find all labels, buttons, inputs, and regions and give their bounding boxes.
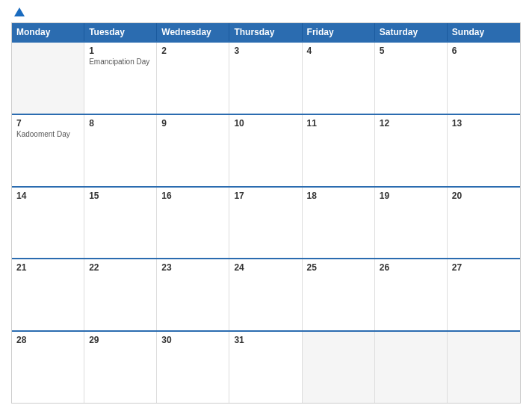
day-number: 18 [307,191,370,201]
day-number: 24 [234,262,297,273]
day-number: 6 [452,46,516,56]
day-number: 7 [16,118,79,129]
holiday-label: Emancipation Day [89,58,152,66]
weeks-container: 1Emancipation Day234567Kadooment Day8910… [12,41,520,403]
day-cell: 12 [375,115,448,186]
day-number: 23 [161,262,224,273]
day-cell: 14 [12,188,84,259]
logo-blue-text [11,7,25,16]
day-cell: 8 [84,115,157,186]
day-number: 30 [161,335,224,345]
day-number: 13 [452,118,516,129]
header-friday: Friday [303,23,375,41]
day-cell: 15 [84,188,157,259]
day-cell: 24 [229,259,302,330]
day-cell: 27 [448,259,520,330]
day-cell [375,332,448,403]
day-cell [303,332,375,403]
week-row: 28293031 [12,330,520,403]
day-number: 28 [16,335,79,345]
day-number: 1 [89,46,152,56]
day-number: 3 [234,46,297,56]
day-cell: 7Kadooment Day [12,115,84,186]
day-number: 14 [16,191,79,201]
day-number: 16 [161,191,224,201]
day-number: 9 [161,118,224,129]
day-cell: 9 [157,115,229,186]
day-cell: 23 [157,259,229,330]
day-cell: 21 [12,259,84,330]
header [11,7,521,16]
week-row: 14151617181920 [12,186,520,259]
day-number: 12 [380,118,442,129]
header-tuesday: Tuesday [84,23,157,41]
day-cell: 6 [448,43,520,114]
header-thursday: Thursday [229,23,302,41]
day-number: 27 [452,262,516,273]
day-cell: 17 [229,188,302,259]
day-number: 22 [89,262,152,273]
day-cell: 1Emancipation Day [84,43,157,114]
day-cell: 5 [375,43,448,114]
day-number: 5 [380,46,442,56]
day-cell: 19 [375,188,448,259]
day-number: 29 [89,335,152,345]
day-number: 20 [452,191,516,201]
day-cell: 31 [229,332,302,403]
header-monday: Monday [12,23,84,41]
day-number: 15 [89,191,152,201]
day-cell: 28 [12,332,84,403]
header-sunday: Sunday [448,23,520,41]
day-number: 11 [307,118,370,129]
header-wednesday: Wednesday [157,23,229,41]
day-cell [12,43,84,114]
day-number: 2 [161,46,224,56]
day-cell: 2 [157,43,229,114]
day-cell: 25 [303,259,375,330]
day-cell: 26 [375,259,448,330]
day-cell: 16 [157,188,229,259]
header-saturday: Saturday [375,23,448,41]
day-number: 26 [380,262,442,273]
day-cell: 13 [448,115,520,186]
day-number: 31 [234,335,297,345]
day-cell: 20 [448,188,520,259]
week-row: 1Emancipation Day23456 [12,41,520,114]
day-cell: 30 [157,332,229,403]
day-number: 4 [307,46,370,56]
week-row: 7Kadooment Day8910111213 [12,114,520,186]
logo-triangle-icon [14,7,25,16]
day-headers-row: Monday Tuesday Wednesday Thursday Friday… [12,23,520,41]
calendar: Monday Tuesday Wednesday Thursday Friday… [11,22,521,404]
day-cell: 22 [84,259,157,330]
day-number: 19 [380,191,442,201]
day-cell: 10 [229,115,302,186]
day-number: 10 [234,118,297,129]
day-cell: 29 [84,332,157,403]
day-number: 25 [307,262,370,273]
day-cell [448,332,520,403]
day-cell: 4 [303,43,375,114]
week-row: 21222324252627 [12,258,520,330]
day-cell: 11 [303,115,375,186]
logo [11,7,25,16]
day-number: 17 [234,191,297,201]
day-number: 21 [16,262,79,273]
day-cell: 18 [303,188,375,259]
day-cell: 3 [229,43,302,114]
day-number: 8 [89,118,152,129]
holiday-label: Kadooment Day [16,130,79,138]
